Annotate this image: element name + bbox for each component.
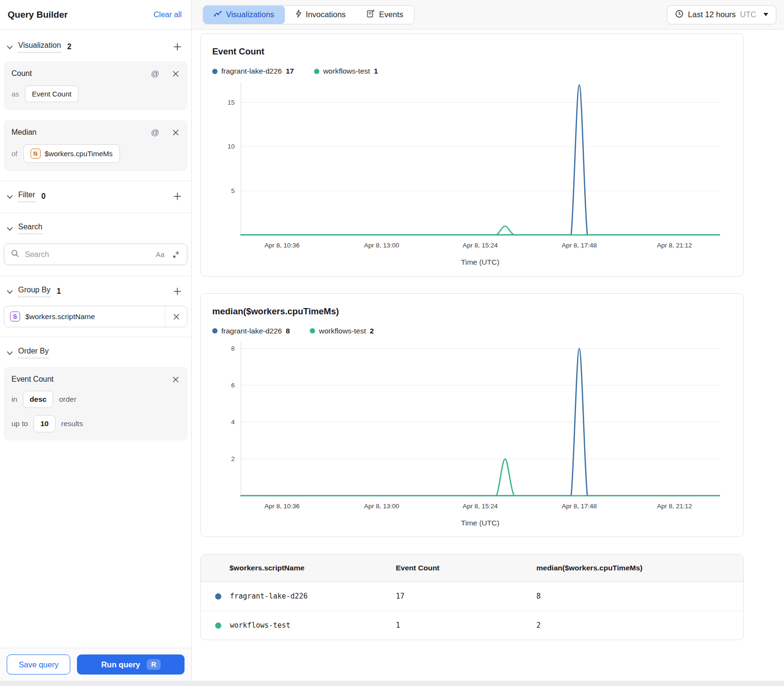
chevron-down-icon[interactable] xyxy=(7,44,13,50)
tab-events[interactable]: Events xyxy=(356,6,414,24)
svg-text:2: 2 xyxy=(231,455,235,462)
content-area: Event Count fragrant-lake-d226 17 workfl… xyxy=(192,30,784,681)
remove-order-by-button[interactable] xyxy=(172,375,180,384)
mention-icon[interactable]: @ xyxy=(151,70,159,78)
column-header-event-count: Event Count xyxy=(396,564,536,572)
add-group-by-button[interactable] xyxy=(172,286,183,297)
script-name-cell: fragrant-lake-d226 xyxy=(230,592,308,600)
section-visualization: Visualization 2 xyxy=(0,32,191,59)
visualization-card-count: Count @ as Event Count xyxy=(4,61,187,110)
remove-visualization-button[interactable] xyxy=(172,70,180,78)
legend-label: workflows-test xyxy=(323,67,370,75)
legend-value: 2 xyxy=(370,327,374,335)
visualization-count: 2 xyxy=(67,43,72,51)
caret-down-icon xyxy=(763,13,768,16)
window-bottom-edge xyxy=(0,681,784,686)
order-order-label: order xyxy=(59,395,76,404)
section-group-by: Group By 1 xyxy=(0,276,191,304)
median-cell: 8 xyxy=(536,592,743,600)
query-builder-sidebar: Query Builder Clear all Visualization 2 … xyxy=(0,0,192,681)
legend-label: fragrant-lake-d226 xyxy=(221,327,282,335)
legend-label: fragrant-lake-d226 xyxy=(221,67,282,75)
section-label-visualization: Visualization xyxy=(18,41,61,53)
remove-group-by-button[interactable] xyxy=(165,306,187,327)
visualization-card-median: Median @ of N $workers.cpuTimeMs xyxy=(4,120,187,171)
clear-all-link[interactable]: Clear all xyxy=(153,11,182,19)
result-limit-field[interactable]: 10 xyxy=(33,415,55,432)
svg-text:Apr 8, 17:48: Apr 8, 17:48 xyxy=(562,242,597,249)
legend-item-workflows-test[interactable]: workflows-test 1 xyxy=(314,67,378,75)
table-row: workflows-test 1 2 xyxy=(201,611,743,640)
svg-text:Time (UTC): Time (UTC) xyxy=(461,518,499,526)
chart-legend: fragrant-lake-d226 17 workflows-test 1 xyxy=(212,67,732,75)
chevron-down-icon[interactable] xyxy=(7,350,13,355)
legend-item-fragrant-lake[interactable]: fragrant-lake-d226 17 xyxy=(212,67,294,75)
legend-dot xyxy=(212,328,218,333)
section-label-filter: Filter xyxy=(18,191,35,202)
alias-value: Event Count xyxy=(32,90,72,98)
table-header-row: $workers.scriptName Event Count median($… xyxy=(201,555,743,582)
events-log-icon xyxy=(367,10,375,20)
svg-text:Apr 8, 15:24: Apr 8, 15:24 xyxy=(463,502,498,509)
save-query-button[interactable]: Save query xyxy=(7,654,70,675)
main-panel: Visualizations Invocations Events Last 1… xyxy=(192,0,784,681)
case-sensitivity-toggle[interactable]: Aa xyxy=(156,250,164,258)
alias-field[interactable]: Event Count xyxy=(25,86,79,102)
section-label-search: Search xyxy=(18,223,43,234)
timezone-label: UTC xyxy=(740,10,756,19)
table-row: fragrant-lake-d226 17 8 xyxy=(201,582,743,611)
section-search: Search xyxy=(0,213,191,241)
section-filter: Filter 0 xyxy=(0,181,191,209)
legend-dot xyxy=(310,328,315,333)
remove-visualization-button[interactable] xyxy=(172,129,180,137)
event-count-cell: 1 xyxy=(396,621,536,630)
mention-icon[interactable]: @ xyxy=(151,129,159,137)
event-count-line-chart: 51015Apr 8, 10:36Apr 8, 13:00Apr 8, 15:2… xyxy=(212,77,732,268)
svg-text:Apr 8, 17:48: Apr 8, 17:48 xyxy=(562,502,597,509)
chevron-down-icon[interactable] xyxy=(7,226,13,231)
page-title: Query Builder xyxy=(8,10,68,20)
legend-value: 17 xyxy=(286,67,294,75)
svg-text:Apr 8, 21:12: Apr 8, 21:12 xyxy=(657,242,692,249)
group-by-field-value: $workers.scriptName xyxy=(25,312,95,321)
regex-toggle-icon[interactable] xyxy=(172,250,180,258)
add-visualization-button[interactable] xyxy=(172,42,183,52)
add-filter-button[interactable] xyxy=(172,191,183,202)
order-by-card: Event Count in desc order up to 10 resul… xyxy=(4,367,187,440)
group-by-item[interactable]: S $workers.scriptName xyxy=(4,306,187,327)
chart-legend: fragrant-lake-d226 8 workflows-test 2 xyxy=(212,327,732,335)
tab-label: Events xyxy=(379,10,403,19)
topbar: Visualizations Invocations Events Last 1… xyxy=(192,0,784,30)
search-box: Aa xyxy=(4,244,187,265)
legend-item-workflows-test[interactable]: workflows-test 2 xyxy=(310,327,374,335)
time-range-selector[interactable]: Last 12 hours UTC xyxy=(667,5,776,24)
section-label-order-by: Order By xyxy=(18,347,49,358)
median-cputime-chart-card: median($workers.cpuTimeMs) fragrant-lake… xyxy=(200,293,744,537)
svg-text:6: 6 xyxy=(231,382,235,389)
clock-icon xyxy=(675,10,684,20)
run-query-button[interactable]: Run query R xyxy=(77,654,185,675)
visualization-card-title: Median xyxy=(11,128,36,137)
view-tabs: Visualizations Invocations Events xyxy=(203,5,414,24)
section-order-by: Order By xyxy=(0,337,191,365)
median-field-selector[interactable]: N $workers.cpuTimeMs xyxy=(23,144,120,163)
svg-text:Time (UTC): Time (UTC) xyxy=(461,258,499,266)
visualization-card-title: Count xyxy=(11,69,32,78)
legend-item-fragrant-lake[interactable]: fragrant-lake-d226 8 xyxy=(212,327,290,335)
search-input[interactable] xyxy=(24,250,151,259)
svg-text:Apr 8, 10:36: Apr 8, 10:36 xyxy=(264,502,299,509)
script-name-cell: workflows-test xyxy=(230,621,290,630)
string-type-icon: S xyxy=(10,311,20,322)
svg-text:Apr 8, 21:12: Apr 8, 21:12 xyxy=(657,502,692,509)
line-chart-icon xyxy=(214,10,222,19)
chart-title: median($workers.cpuTimeMs) xyxy=(212,306,732,317)
tab-invocations[interactable]: Invocations xyxy=(285,6,356,24)
tab-visualizations[interactable]: Visualizations xyxy=(203,6,285,24)
order-upto-label: up to xyxy=(11,419,28,428)
chevron-down-icon[interactable] xyxy=(7,289,13,294)
sidebar-header: Query Builder Clear all xyxy=(0,0,191,30)
time-range-label: Last 12 hours xyxy=(688,10,736,19)
chevron-down-icon[interactable] xyxy=(7,194,13,199)
order-direction-selector[interactable]: desc xyxy=(23,391,53,408)
tab-label: Visualizations xyxy=(226,10,274,19)
